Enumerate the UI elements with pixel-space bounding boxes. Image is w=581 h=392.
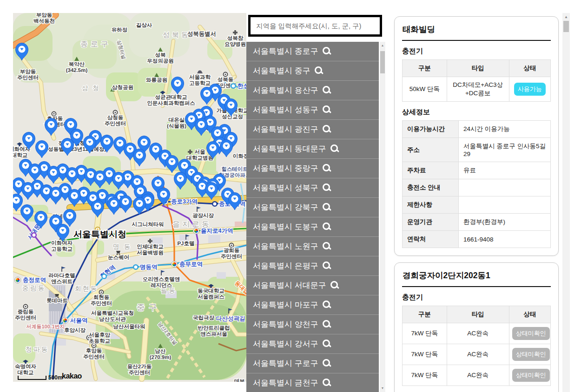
search-icon[interactable] — [323, 379, 330, 386]
district-item[interactable]: 서울특별시 노원구 — [246, 237, 379, 256]
search-icon[interactable] — [323, 203, 330, 210]
search-icon[interactable] — [323, 340, 330, 347]
station-card: 태화빌딩 충전기 구분타입상태 50kW 단독DC차데모+AC3상+DC콤보사용… — [394, 16, 559, 256]
district-item[interactable]: 서울특별시 강북구 — [246, 198, 379, 217]
search-icon[interactable] — [315, 66, 322, 74]
poi-label: 광장시장 — [192, 213, 214, 218]
poi-label: PJ호텔 — [177, 241, 194, 246]
list-scrollbar[interactable]: ▲ ▼ — [380, 42, 385, 392]
kakao-logo: kakao — [62, 372, 82, 380]
charger-pin[interactable] — [50, 187, 62, 205]
detail-section-title: 상세정보 — [402, 108, 551, 117]
charger-type: AC완속 — [447, 365, 509, 386]
search-icon[interactable] — [323, 320, 330, 327]
district-item[interactable]: 서울특별시 양천구 — [246, 315, 379, 334]
scroll-up-icon[interactable]: ▲ — [562, 15, 570, 19]
poi-label: 동국대학교서울캠퍼스 — [198, 288, 224, 300]
map[interactable]: 종로구성북동삼 청중구을지로동명 동회현동중림동필동청파동부암동백석동천길상사유… — [13, 13, 246, 382]
district-item[interactable]: 서울특별시 성북구 — [246, 178, 379, 198]
district-item[interactable]: 서울특별시 성동구 — [246, 100, 379, 120]
area-label: 삼 청 — [82, 85, 100, 91]
charger-row: 7kW 단독AC완속상태미확인 — [403, 365, 551, 386]
charger-pin[interactable] — [172, 77, 184, 95]
district-item[interactable]: 서울특별시 중구 — [246, 61, 379, 81]
district-item-label: 서울특별시 중구 — [253, 65, 310, 76]
poi-label: 용산2가동주민센터 — [127, 364, 152, 375]
charger-pin[interactable] — [133, 149, 146, 167]
scroll-down-icon[interactable]: ▼ — [380, 385, 385, 391]
district-item-label: 서울특별시 광진구 — [253, 124, 318, 135]
charger-pin[interactable] — [57, 224, 69, 242]
charger-pin[interactable] — [229, 193, 241, 210]
area-label: 중구 — [137, 303, 161, 312]
poi-label: 삼청동주민센터 — [105, 115, 126, 126]
district-item[interactable]: 서울특별시 중랑구 — [246, 159, 379, 178]
page-scrollbar[interactable]: ▲ — [562, 13, 570, 392]
area-label: 중림동 — [22, 284, 46, 292]
search-icon[interactable] — [323, 125, 330, 132]
list-scrollbar-thumb[interactable] — [380, 51, 385, 73]
page-scrollbar-thumb[interactable] — [563, 21, 569, 32]
charger-type: AC완속 — [447, 323, 509, 344]
area-label: 성북동 — [163, 31, 191, 39]
charger-table: 구분타입상태 7kW 단독AC완속상태미확인7kW 단독AC완속상태미확인7kW… — [402, 306, 551, 386]
detail-label: 주소 — [403, 138, 459, 162]
search-icon[interactable] — [330, 144, 338, 152]
district-item[interactable]: 서울특별시 종로구 — [246, 42, 379, 61]
district-item[interactable]: 서울특별시 마포구 — [246, 295, 379, 315]
district-item[interactable]: 서울특별시 용산구 — [246, 81, 379, 100]
poi-label: 삼청공원 — [112, 85, 133, 90]
search-icon[interactable] — [323, 164, 330, 171]
charger-pin[interactable] — [45, 118, 58, 136]
district-item[interactable]: 서울특별시 금천구 — [246, 373, 379, 392]
poi-label: 부암동주민센터 — [17, 69, 39, 80]
charger-pin[interactable] — [92, 200, 104, 218]
search-icon[interactable] — [323, 86, 330, 93]
charger-col-header: 상태 — [509, 60, 550, 77]
poi-label: 유하정 — [112, 27, 128, 33]
charger-kind: 7kW 단독 — [403, 365, 447, 386]
poi-label: 와룡공원 — [146, 77, 167, 83]
charger-pin[interactable] — [66, 168, 79, 185]
detail-value: 24시간 이용가능 — [459, 121, 551, 138]
charger-pin[interactable] — [22, 183, 34, 200]
poi-label: 부암동백석동천 — [33, 13, 55, 24]
charger-pin[interactable] — [64, 209, 76, 227]
search-icon[interactable] — [323, 242, 330, 249]
district-item-label: 서울특별시 성북구 — [253, 183, 318, 193]
area-label: 회현동 — [75, 285, 99, 292]
district-item[interactable]: 서울특별시 강서구 — [246, 334, 379, 354]
district-item[interactable]: 서울특별시 서대문구 — [246, 276, 379, 295]
district-item-label: 서울특별시 강서구 — [253, 339, 318, 349]
status-badge: 사용가능 — [514, 83, 546, 96]
search-input[interactable] — [251, 17, 380, 34]
search-icon[interactable] — [330, 281, 338, 288]
search-icon[interactable] — [323, 261, 330, 269]
district-item[interactable]: 서울특별시 동대문구 — [246, 139, 379, 159]
charger-col-header: 타입 — [447, 306, 509, 323]
charger-header-row: 구분타입상태 — [403, 306, 551, 323]
search-icon[interactable] — [323, 105, 330, 113]
search-icon[interactable] — [323, 47, 330, 54]
charger-pin[interactable] — [119, 196, 132, 213]
search-icon[interactable] — [323, 222, 330, 230]
poi-label: 시그니쳐타워 — [132, 222, 164, 227]
search-box — [248, 15, 382, 37]
charger-pin[interactable] — [29, 164, 41, 182]
district-item[interactable]: 서울특별시 광진구 — [246, 120, 379, 139]
district-item[interactable]: 서울특별시 구로구 — [246, 354, 379, 373]
station-title: 태화빌딩 — [402, 17, 551, 41]
scroll-up-icon[interactable]: ▲ — [380, 43, 385, 48]
search-icon[interactable] — [323, 183, 330, 191]
detail-value: 1661-9408 — [459, 231, 551, 248]
search-icon[interactable] — [323, 301, 330, 308]
charger-pin[interactable] — [61, 138, 74, 156]
search-icon[interactable] — [323, 359, 330, 366]
charger-pin[interactable] — [220, 140, 233, 157]
district-item[interactable]: 서울특별시 도봉구 — [246, 217, 379, 237]
charger-pin[interactable] — [36, 141, 48, 158]
detail-label: 충전소 안내 — [403, 179, 459, 196]
charger-pin[interactable] — [108, 197, 120, 215]
district-item[interactable]: 서울특별시 은평구 — [246, 256, 379, 276]
status-badge: 상태미확인 — [512, 348, 550, 361]
